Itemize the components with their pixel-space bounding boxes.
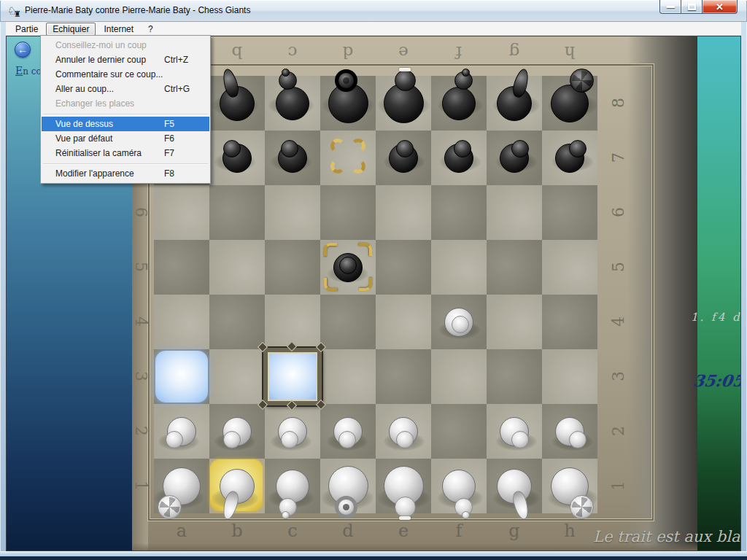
menu-item-shortcut: F8 bbox=[164, 168, 202, 179]
maximize-button[interactable] bbox=[681, 0, 703, 14]
square-d4[interactable] bbox=[320, 295, 376, 349]
file-label-top-b: b bbox=[232, 43, 243, 62]
window-border-left bbox=[0, 22, 6, 556]
pawn-head bbox=[223, 140, 241, 158]
square-g5[interactable] bbox=[487, 240, 542, 295]
square-h4[interactable] bbox=[542, 295, 597, 349]
square-d6[interactable] bbox=[320, 185, 376, 240]
move-history: 1. f4 d5 bbox=[691, 311, 741, 324]
piece-white-king-e1[interactable] bbox=[376, 459, 431, 513]
square-c5[interactable] bbox=[265, 240, 320, 295]
pawn-head bbox=[166, 431, 183, 448]
close-button[interactable]: ✕ bbox=[703, 0, 738, 14]
piece-white-pawn-d2[interactable] bbox=[320, 404, 376, 459]
menubar: PartieEchiquierInternet? bbox=[6, 22, 741, 36]
square-a4[interactable] bbox=[154, 295, 209, 349]
square-c4[interactable] bbox=[265, 295, 320, 349]
piece-black-rook-h8[interactable] bbox=[542, 76, 597, 131]
minimize-button[interactable] bbox=[659, 0, 681, 14]
square-f3[interactable] bbox=[431, 349, 487, 404]
menubar-item-?[interactable]: ? bbox=[142, 23, 160, 36]
piece-black-pawn-b7[interactable] bbox=[209, 131, 265, 185]
menu-item-8[interactable]: Réinitialiser la caméraF7 bbox=[42, 146, 209, 160]
piece-white-bishop-f1[interactable] bbox=[431, 459, 487, 513]
square-e5[interactable] bbox=[376, 240, 431, 295]
file-label-bottom-e: e bbox=[398, 521, 409, 541]
square-b3[interactable] bbox=[209, 349, 265, 404]
square-h5[interactable] bbox=[542, 240, 597, 295]
pawn-head bbox=[569, 140, 587, 158]
rank-label-left-1: 1 bbox=[132, 481, 150, 491]
square-h3[interactable] bbox=[542, 349, 597, 404]
piece-white-pawn-e2[interactable] bbox=[376, 404, 431, 459]
square-e6[interactable] bbox=[376, 185, 431, 240]
menubar-item-internet[interactable]: Internet bbox=[97, 23, 140, 36]
file-label-bottom-g: g bbox=[508, 521, 519, 541]
menu-item-6[interactable]: Vue de dessusF5 bbox=[42, 117, 209, 131]
piece-black-pawn-d5[interactable] bbox=[320, 240, 376, 295]
piece-white-queen-d1[interactable] bbox=[320, 459, 376, 513]
square-a6[interactable] bbox=[154, 185, 209, 240]
piece-white-knight-b1[interactable] bbox=[209, 459, 265, 513]
piece-white-pawn-f4[interactable] bbox=[431, 295, 487, 349]
chess-board bbox=[154, 76, 597, 513]
rank-label-right-4: 4 bbox=[609, 316, 627, 327]
square-h6[interactable] bbox=[542, 185, 597, 240]
square-c6[interactable] bbox=[265, 185, 320, 240]
background-right-gradient bbox=[697, 36, 741, 551]
file-label-top-g: g bbox=[509, 43, 520, 62]
square-e3[interactable] bbox=[376, 349, 431, 404]
menu-item-2[interactable]: Commentaire sur ce coup... bbox=[42, 67, 209, 82]
highlight-cursor-c3[interactable] bbox=[265, 349, 320, 404]
piece-black-pawn-f7[interactable] bbox=[431, 131, 487, 185]
piece-black-queen-d8[interactable] bbox=[320, 76, 376, 131]
menubar-item-partie[interactable]: Partie bbox=[9, 23, 44, 36]
piece-black-knight-b8[interactable] bbox=[209, 76, 265, 131]
piece-white-pawn-c2[interactable] bbox=[265, 404, 320, 459]
piece-white-bishop-c1[interactable] bbox=[265, 459, 320, 513]
square-a5[interactable] bbox=[154, 240, 209, 295]
square-g6[interactable] bbox=[487, 185, 542, 240]
rank-label-right-3: 3 bbox=[609, 371, 627, 381]
piece-white-rook-h1[interactable] bbox=[542, 459, 597, 513]
square-g3[interactable] bbox=[487, 349, 542, 404]
piece-black-pawn-e7[interactable] bbox=[376, 131, 431, 185]
piece-white-pawn-a2[interactable] bbox=[154, 404, 209, 459]
piece-white-knight-g1[interactable] bbox=[487, 459, 542, 513]
square-b5[interactable] bbox=[209, 240, 265, 295]
menu-item-label: Modifier l'apparence bbox=[55, 168, 164, 179]
file-label-bottom-b: b bbox=[231, 521, 242, 541]
menu-item-1[interactable]: Annuler le dernier coupCtrl+Z bbox=[42, 52, 209, 67]
highlight-legal-a3[interactable] bbox=[154, 349, 209, 404]
menu-item-3[interactable]: Aller au coup...Ctrl+G bbox=[42, 82, 209, 96]
piece-white-pawn-b2[interactable] bbox=[209, 404, 265, 459]
menu-item-10[interactable]: Modifier l'apparenceF8 bbox=[42, 166, 209, 181]
menu-item-7[interactable]: Vue par défautF6 bbox=[42, 131, 209, 146]
back-button[interactable]: ← bbox=[15, 42, 31, 58]
piece-white-pawn-g2[interactable] bbox=[487, 404, 542, 459]
square-f5[interactable] bbox=[431, 240, 487, 295]
menubar-item-echiquier[interactable]: Echiquier bbox=[46, 23, 96, 36]
piece-black-pawn-g7[interactable] bbox=[487, 131, 542, 185]
square-f2[interactable] bbox=[431, 404, 487, 459]
echiquier-menu: Conseillez-moi un coupAnnuler le dernier… bbox=[40, 35, 211, 184]
piece-black-pawn-c7[interactable] bbox=[265, 131, 320, 185]
square-g4[interactable] bbox=[487, 295, 542, 349]
titlebar[interactable]: ♘♜ Pierre-Marie Baty contre Pierre-Marie… bbox=[0, 0, 747, 22]
piece-black-bishop-f8[interactable] bbox=[431, 76, 487, 131]
piece-black-king-e8[interactable] bbox=[376, 76, 431, 131]
close-icon: ✕ bbox=[716, 2, 724, 12]
square-b6[interactable] bbox=[209, 185, 265, 240]
square-d3[interactable] bbox=[320, 349, 376, 404]
piece-black-bishop-c8[interactable] bbox=[265, 76, 320, 131]
piece-white-pawn-h2[interactable] bbox=[542, 404, 597, 459]
square-b4[interactable] bbox=[209, 295, 265, 349]
square-f6[interactable] bbox=[431, 185, 487, 240]
piece-white-rook-a1[interactable] bbox=[154, 459, 209, 513]
marker-move-from-d7 bbox=[320, 131, 376, 185]
square-e4[interactable] bbox=[376, 295, 431, 349]
file-label-top-h: h bbox=[565, 43, 576, 62]
piece-black-pawn-h7[interactable] bbox=[542, 131, 597, 185]
piece-black-knight-g8[interactable] bbox=[487, 76, 542, 131]
file-label-bottom-a: a bbox=[177, 521, 187, 541]
